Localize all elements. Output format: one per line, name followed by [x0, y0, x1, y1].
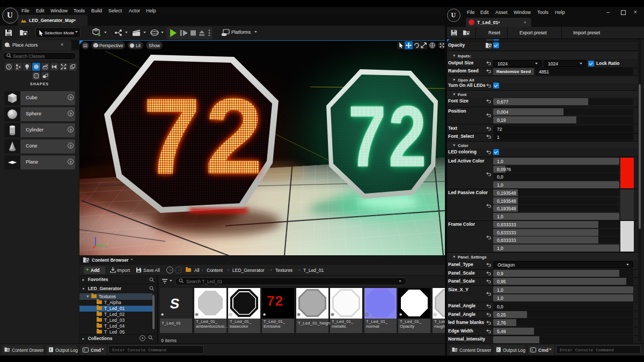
svg-text:Y: Y — [104, 244, 107, 249]
svg-text:72: 72 — [348, 88, 428, 185]
svg-text:+: + — [8, 45, 10, 48]
svg-text:+: + — [98, 32, 101, 38]
svg-text:72: 72 — [143, 76, 267, 196]
